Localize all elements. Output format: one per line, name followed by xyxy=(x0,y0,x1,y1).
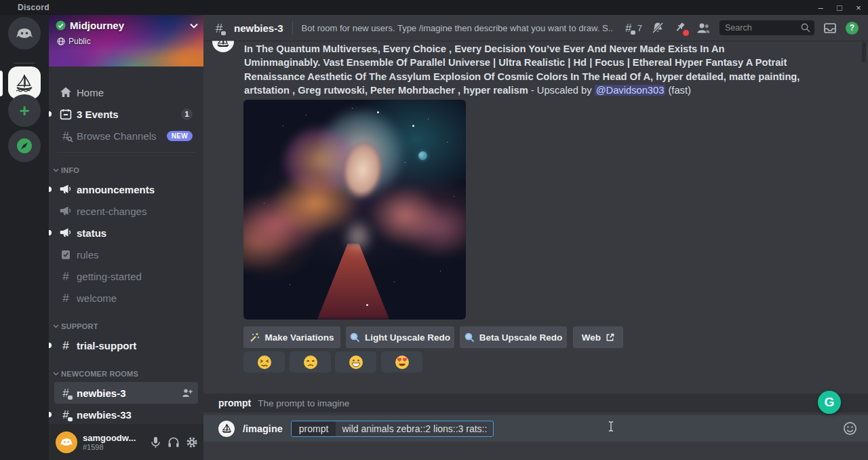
reaction-grinning[interactable] xyxy=(335,351,376,372)
server-name: Midjourney xyxy=(70,20,186,31)
search-icon xyxy=(801,23,810,33)
category-newcomer-rooms[interactable]: NEWCOMER ROOMS xyxy=(49,366,203,382)
microphone-icon[interactable] xyxy=(150,436,161,448)
members-icon xyxy=(696,22,711,34)
category-info[interactable]: INFO xyxy=(49,162,203,178)
light-upscale-redo-button[interactable]: Light Upscale Redo xyxy=(346,326,454,348)
category-support[interactable]: SUPPORT xyxy=(49,318,203,334)
hash-chat-icon: # xyxy=(60,387,72,399)
smiley-icon xyxy=(843,421,857,436)
scrollbar-thumb[interactable] xyxy=(862,42,866,62)
prompt-option-pill[interactable]: prompt wild animals zebra::2 lions::3 ra… xyxy=(291,421,494,437)
sidebar-item-browse-channels[interactable]: # Browse Channels NEW xyxy=(54,125,198,147)
channel-list: Home 3 Events 1 # Browse Channels NEW IN… xyxy=(49,66,203,424)
reaction-confounded[interactable] xyxy=(243,351,285,372)
explore-servers-button[interactable] xyxy=(8,130,41,162)
globe-icon xyxy=(57,37,65,45)
plus-icon: + xyxy=(19,102,29,119)
web-button[interactable]: Web xyxy=(573,326,623,348)
window-maximize-button[interactable]: □ xyxy=(830,0,849,15)
hash-icon: # xyxy=(60,271,72,282)
server-banner[interactable]: Midjourney Public xyxy=(49,15,203,66)
events-count-badge: 1 xyxy=(181,109,193,120)
threads-count: 7 xyxy=(637,23,642,33)
user-mention[interactable]: @Davidson303 xyxy=(595,85,666,96)
unread-indicator xyxy=(49,230,52,235)
magic-wand-icon xyxy=(250,332,260,343)
hash-icon: # xyxy=(60,292,72,304)
discord-logo-icon xyxy=(16,26,33,40)
megaphone-icon xyxy=(60,185,72,194)
command-hint-bar: prompt The prompt to imagine xyxy=(203,394,868,413)
user-info[interactable]: samgoodw... #1598 xyxy=(83,433,150,451)
channel-recent-changes[interactable]: recent-changes xyxy=(54,200,198,222)
settings-gear-icon[interactable] xyxy=(186,436,198,448)
prompt-option-label: prompt xyxy=(292,421,336,436)
emoji-picker-button[interactable] xyxy=(843,421,857,436)
username: samgoodw... xyxy=(83,433,150,443)
rail-divider xyxy=(14,62,35,64)
sidebar-item-events[interactable]: 3 Events 1 xyxy=(54,103,198,125)
channel-announcements[interactable]: announcements xyxy=(54,178,198,200)
channel-newbies-3[interactable]: # newbies-3 xyxy=(54,382,198,404)
window-minimize-button[interactable]: – xyxy=(811,0,830,15)
header-divider xyxy=(292,21,293,35)
add-server-button[interactable]: + xyxy=(8,94,41,127)
channel-topic[interactable]: Bot room for new users. Type /imagine th… xyxy=(302,23,614,33)
chat-area: # newbies-3 Bot room for new users. Type… xyxy=(203,15,868,460)
headphones-icon[interactable] xyxy=(167,436,180,448)
message-composer[interactable]: /imagine prompt wild animals zebra::2 li… xyxy=(203,415,868,442)
help-button[interactable]: ? xyxy=(846,22,859,35)
bell-slash-icon xyxy=(651,21,665,35)
make-variations-button[interactable]: Make Variations xyxy=(243,326,340,348)
unread-indicator xyxy=(49,343,52,348)
channel-sidebar: Midjourney Public Home 3 Events 1 # xyxy=(49,15,203,460)
bot-avatar-small xyxy=(218,421,235,437)
window-title: Discord xyxy=(18,3,50,12)
threads-button[interactable]: # 7 xyxy=(623,22,642,34)
beta-upscale-redo-button[interactable]: Beta Upscale Redo xyxy=(460,326,567,348)
channel-getting-started[interactable]: # getting-started xyxy=(54,265,198,287)
channel-name: newbies-3 xyxy=(234,22,283,34)
user-area: samgoodw... #1598 xyxy=(49,424,203,460)
search-input[interactable]: Search xyxy=(719,20,814,35)
channel-welcome[interactable]: # welcome xyxy=(54,287,198,309)
channel-rules[interactable]: rules xyxy=(54,244,198,265)
channel-status[interactable]: status xyxy=(54,222,198,244)
disappointed-face-icon xyxy=(303,355,318,370)
prompt-option-value[interactable]: wild animals zebra::2 lions::3 rats:: xyxy=(336,421,493,436)
server-visibility: Public xyxy=(57,37,91,46)
planet-detail xyxy=(418,151,427,160)
threads-icon: # xyxy=(623,22,635,34)
pinned-messages-button[interactable] xyxy=(673,21,687,35)
chevron-down-icon xyxy=(53,168,59,172)
sailboat-icon xyxy=(221,423,233,434)
sidebar-item-home[interactable]: Home xyxy=(54,81,198,103)
search-placeholder: Search xyxy=(725,23,801,33)
text-cursor xyxy=(608,421,614,432)
unread-indicator xyxy=(49,111,52,117)
megaphone-icon xyxy=(60,228,72,237)
server-header[interactable]: Midjourney xyxy=(56,20,198,31)
calendar-icon xyxy=(60,109,72,120)
hash-icon: # xyxy=(60,340,72,351)
discord-logo-icon xyxy=(60,437,73,447)
user-avatar[interactable] xyxy=(56,432,77,453)
discord-home-button[interactable] xyxy=(8,17,41,50)
channel-newbies-33[interactable]: # newbies-33 xyxy=(54,404,198,424)
grammarly-icon[interactable]: G xyxy=(818,391,841,414)
compass-icon xyxy=(16,137,33,155)
member-list-button[interactable] xyxy=(696,22,711,34)
notification-settings-button[interactable] xyxy=(651,21,665,35)
chevron-down-icon xyxy=(53,324,59,328)
sidebar-divider xyxy=(57,152,195,153)
create-invite-icon[interactable] xyxy=(182,388,193,398)
channel-trial-support[interactable]: # trial-support xyxy=(54,334,198,356)
heart-eyes-face-icon xyxy=(395,355,410,370)
channel-header: # newbies-3 Bot room for new users. Type… xyxy=(203,15,868,41)
inbox-button[interactable] xyxy=(823,22,837,35)
reaction-disappointed[interactable] xyxy=(290,351,331,372)
reaction-heart-eyes[interactable] xyxy=(381,351,422,372)
generated-image-attachment[interactable] xyxy=(243,100,466,320)
window-close-button[interactable]: × xyxy=(849,0,868,15)
